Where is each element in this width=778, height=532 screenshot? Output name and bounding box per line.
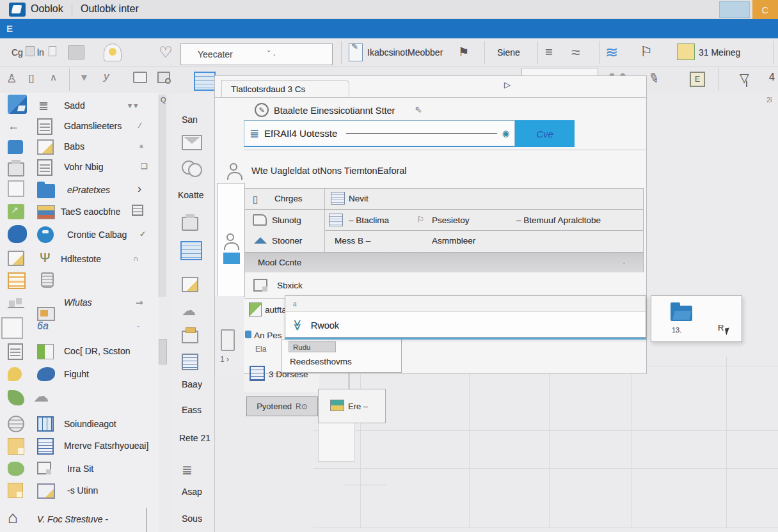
arrow-right-icon[interactable]: ⇒ bbox=[136, 297, 143, 308]
page-nav-label[interactable]: 1 › bbox=[220, 355, 229, 364]
sidebar-item-soiundieagot[interactable]: Soiundieagot bbox=[0, 414, 159, 436]
cell-mess[interactable]: Mess B – bbox=[335, 236, 370, 246]
paste-icon[interactable] bbox=[26, 46, 35, 56]
sidebar-row-icons-3[interactable]: ☁ bbox=[0, 387, 159, 409]
scrollbar-thumb[interactable] bbox=[159, 339, 167, 364]
chevron-down-icon[interactable]: ˇ · bbox=[267, 49, 276, 59]
sidebar-item-utinn[interactable]: -s Utinn bbox=[0, 481, 159, 503]
dialog-tab[interactable]: Tlatlcotsrdaud 3 Cs bbox=[221, 80, 349, 97]
cve-primary-button[interactable]: Cve bbox=[515, 120, 575, 147]
circles-icon[interactable] bbox=[182, 160, 201, 176]
cell-chrges[interactable]: Chrges bbox=[274, 194, 303, 203]
strip-item-san[interactable]: San bbox=[182, 114, 198, 125]
toolbar-cluster-label-1[interactable]: Cg bbox=[12, 47, 23, 58]
sidebar-item-vohr-nbig[interactable]: Vohr Nbig ❏ bbox=[0, 157, 159, 179]
signature-icon[interactable]: ≈ bbox=[571, 43, 580, 61]
meeting-button[interactable]: 31 Meineg bbox=[699, 47, 740, 58]
brush-icon[interactable]: ✎ bbox=[646, 69, 662, 87]
submenu-item[interactable]: Reedsesthovms bbox=[290, 357, 352, 366]
sidebar-item-wfutas[interactable]: Wfutas ⇒ bbox=[0, 293, 159, 315]
box-icon[interactable]: ▯ bbox=[28, 72, 34, 85]
mool-ccnte-header[interactable]: Mool Ccnte · bbox=[245, 252, 643, 272]
printer-icon[interactable] bbox=[182, 217, 198, 231]
note-pen-icon[interactable]: ✎ bbox=[349, 43, 363, 61]
strip-item-sous[interactable]: Sous bbox=[182, 513, 202, 524]
envelope-icon[interactable] bbox=[182, 135, 202, 150]
pyotened-button[interactable]: Pyotened R⊙ bbox=[246, 396, 318, 416]
monitor-icon[interactable] bbox=[133, 72, 147, 83]
member-button[interactable]: IkabcsinotMeobber bbox=[367, 47, 443, 58]
ere-panel[interactable]: Ere – bbox=[318, 389, 386, 423]
sidebar-item-coc-dr[interactable]: Coc[ DR, Scston bbox=[0, 341, 159, 363]
drawer-icon[interactable] bbox=[182, 331, 198, 343]
play-arrow-icon[interactable]: ▷ bbox=[504, 80, 511, 90]
sidebar-row-icons-2[interactable]: 6a · bbox=[0, 317, 159, 339]
blue-selection-swatch[interactable] bbox=[223, 253, 240, 264]
strip-item-asap[interactable]: Asap bbox=[182, 487, 202, 497]
close-button[interactable]: C bbox=[752, 0, 778, 19]
caret-up-icon[interactable]: ∧ bbox=[50, 72, 57, 83]
sidebar-row-icons-1[interactable] bbox=[0, 271, 159, 293]
sidebar-item-gdamslieeters[interactable]: ← Gdamslieeters ∕ bbox=[0, 116, 159, 138]
selected-table-tool-icon[interactable] bbox=[194, 72, 216, 91]
sidebar-item-hdltestote[interactable]: Ψ Hdltestote ∩ bbox=[0, 249, 159, 271]
sidebar-scrollbar[interactable]: Q bbox=[159, 95, 166, 297]
cell-slunotg[interactable]: Slunotg bbox=[272, 215, 301, 225]
cell-btemuuf[interactable]: – Btemuuf Apralcltobe bbox=[516, 215, 601, 225]
autfta-row[interactable]: autfta bbox=[265, 305, 287, 315]
ela-row[interactable]: Ela bbox=[255, 345, 266, 354]
y-icon[interactable]: y bbox=[104, 70, 109, 83]
cell-stooner[interactable]: Stooner bbox=[272, 236, 302, 246]
strip-item-koatte[interactable]: Koatte bbox=[178, 190, 203, 200]
email-address-input[interactable]: ≣ EfRAIl4 Uotesste ◉ bbox=[244, 120, 515, 147]
cell-asmmbleer[interactable]: Asmmbleer bbox=[432, 236, 475, 246]
heart-icon[interactable]: ♡ bbox=[159, 43, 173, 61]
pin-flag-icon[interactable]: ⚐ bbox=[640, 43, 653, 60]
anpes-row[interactable]: An Pes bbox=[254, 331, 282, 340]
lightbulb-icon[interactable] bbox=[104, 43, 122, 61]
animal-scribble-icon[interactable]: ≋ bbox=[605, 43, 618, 61]
equals-icon[interactable]: ≡ bbox=[545, 45, 553, 59]
submenu-tag[interactable]: Rudu bbox=[289, 341, 336, 352]
sidebar-item-babs[interactable]: Babs ⁎ bbox=[0, 137, 159, 159]
funnel-icon[interactable]: ▽ bbox=[740, 70, 749, 85]
assign-person-icon[interactable] bbox=[226, 233, 234, 241]
ribbon-file-tab[interactable]: E bbox=[6, 23, 13, 34]
store-button[interactable]: Siene bbox=[497, 47, 520, 58]
folder-icon[interactable] bbox=[68, 45, 84, 59]
cell-nevit[interactable]: Nevit bbox=[349, 194, 369, 203]
strip-item-rete[interactable]: Rete 21 bbox=[179, 433, 210, 443]
expand-arrows-icon[interactable]: ▾ ▾ bbox=[128, 101, 138, 110]
chevron-right-icon[interactable]: › bbox=[138, 182, 141, 196]
strip-item-eass[interactable]: Eass bbox=[182, 405, 202, 415]
sidebar-item-taes[interactable]: TaeS eaocbfne bbox=[0, 202, 159, 224]
drawer-tall-icon[interactable] bbox=[221, 329, 235, 351]
search-box[interactable]: Yeecater ˇ · bbox=[180, 43, 333, 65]
sidebar-item-mrerve[interactable]: Mrerve Fatsrhyoueai] bbox=[0, 436, 159, 458]
titlebar-tab[interactable] bbox=[719, 1, 750, 18]
sidebar-item-sadd[interactable]: ≣ Sadd ▾ ▾ bbox=[0, 95, 159, 119]
cell-btaclima[interactable]: – Btaclima bbox=[349, 215, 389, 225]
magnifier-box-icon[interactable] bbox=[157, 72, 170, 83]
sidebar-item-foc-strestuve[interactable]: ⌂ V. Foc Strestuve - bbox=[0, 508, 159, 532]
sidebar-item-irra-sit[interactable]: Irra Sit bbox=[0, 459, 159, 481]
list-icon[interactable]: ≣ bbox=[182, 462, 193, 478]
photo-icon[interactable] bbox=[182, 277, 198, 292]
sidebar-item-crontie[interactable]: Crontie Calbag ✓ bbox=[0, 225, 159, 247]
sidebar-item-epratetxes[interactable]: ePratetxes › bbox=[0, 180, 159, 202]
toolbar-cluster-label-2[interactable]: ln bbox=[37, 47, 44, 58]
flag-icon[interactable]: ⚑ bbox=[458, 45, 469, 59]
pin-icon[interactable]: ◉ bbox=[502, 129, 509, 138]
sbick-row[interactable]: Sbxick bbox=[277, 281, 303, 290]
person-icon[interactable]: ♙ bbox=[6, 72, 17, 86]
triangle-down-icon[interactable]: ▼ bbox=[79, 72, 89, 82]
meeting-color-icon[interactable] bbox=[677, 43, 695, 60]
grid-icon[interactable] bbox=[182, 354, 198, 370]
e-frame-icon[interactable]: E bbox=[690, 72, 705, 87]
table-selected-icon[interactable] bbox=[180, 241, 202, 260]
sidebar-item-figuht[interactable]: Figuht bbox=[0, 364, 159, 386]
strip-item-baay[interactable]: Baay bbox=[182, 379, 202, 389]
cell-psesietoy[interactable]: Psesietoy bbox=[432, 215, 470, 225]
cloud-icon[interactable]: ☁ bbox=[182, 302, 196, 319]
popup-item-rwook[interactable]: ≪ Rwook bbox=[285, 312, 646, 338]
